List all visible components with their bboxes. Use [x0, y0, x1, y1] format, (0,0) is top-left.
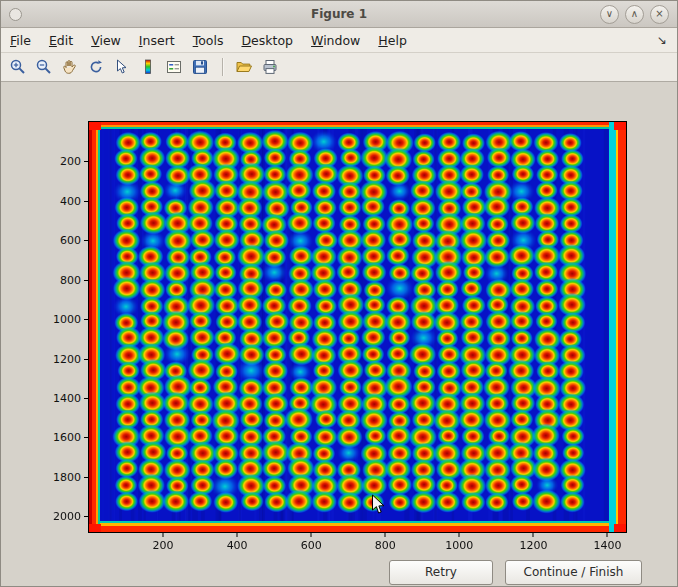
close-button[interactable]: × — [650, 5, 669, 24]
y-tick-label: 1400 — [53, 391, 81, 404]
y-tick-label: 800 — [60, 273, 81, 286]
y-tick-mark — [84, 477, 88, 478]
window-title: Figure 1 — [1, 7, 677, 21]
x-tick-mark — [607, 533, 608, 537]
x-tick-label: 1400 — [593, 539, 621, 552]
zoom-in-icon — [9, 58, 27, 76]
y-tick-mark — [84, 240, 88, 241]
zoom-in-button[interactable] — [5, 54, 31, 80]
y-tick-label: 600 — [60, 234, 81, 247]
menubar: File Edit View Insert Tools Desktop Wind… — [1, 28, 677, 53]
open-folder-icon — [235, 58, 253, 76]
zoom-out-icon — [35, 58, 53, 76]
pan-hand-icon — [61, 58, 79, 76]
menu-item-insert[interactable]: Insert — [130, 30, 184, 51]
y-tick-label: 2000 — [53, 510, 81, 523]
insert-colorbar-button[interactable] — [135, 54, 161, 80]
print-button[interactable] — [257, 54, 283, 80]
y-tick-mark — [84, 319, 88, 320]
colorbar-icon — [139, 58, 157, 76]
y-tick-mark — [84, 201, 88, 202]
y-tick-label: 200 — [60, 155, 81, 168]
y-tick-mark — [84, 280, 88, 281]
x-tick-mark — [459, 533, 460, 537]
axes — [88, 121, 627, 533]
y-tick-mark — [84, 398, 88, 399]
figure-window: Figure 1 ∨ ∧ × File Edit View Insert Too… — [0, 0, 678, 587]
data-cursor-button[interactable] — [109, 54, 135, 80]
x-tick-mark — [237, 533, 238, 537]
y-tick-mark — [84, 437, 88, 438]
y-tick-label: 1800 — [53, 470, 81, 483]
rotate-3d-button[interactable] — [83, 54, 109, 80]
figure-area: Retry Continue / Finish 2004006008001000… — [1, 82, 677, 587]
x-tick-label: 400 — [227, 539, 248, 552]
x-tick-label: 800 — [375, 539, 396, 552]
insert-legend-button[interactable] — [161, 54, 187, 80]
save-icon — [191, 58, 209, 76]
rotate-3d-icon — [87, 58, 105, 76]
y-tick-label: 1600 — [53, 431, 81, 444]
y-tick-label: 1000 — [53, 313, 81, 326]
x-tick-label: 1000 — [445, 539, 473, 552]
data-cursor-icon — [113, 58, 131, 76]
heatmap-canvas[interactable] — [89, 122, 626, 532]
window-controls: ∨ ∧ × — [600, 5, 677, 24]
pan-button[interactable] — [57, 54, 83, 80]
minimize-button[interactable]: ∨ — [600, 5, 619, 24]
y-tick-mark — [84, 516, 88, 517]
y-tick-label: 1200 — [53, 352, 81, 365]
x-tick-label: 1200 — [519, 539, 547, 552]
menu-item-view[interactable]: View — [82, 30, 130, 51]
legend-icon — [165, 58, 183, 76]
x-tick-mark — [163, 533, 164, 537]
menu-item-window[interactable]: Window — [302, 30, 369, 51]
open-file-button[interactable] — [231, 54, 257, 80]
continue-finish-button[interactable]: Continue / Finish — [505, 560, 642, 585]
x-tick-label: 600 — [301, 539, 322, 552]
menu-item-help[interactable]: Help — [369, 30, 416, 51]
x-tick-mark — [385, 533, 386, 537]
x-tick-mark — [311, 533, 312, 537]
printer-icon — [261, 58, 279, 76]
save-button[interactable] — [187, 54, 213, 80]
retry-button[interactable]: Retry — [389, 560, 493, 585]
x-tick-mark — [533, 533, 534, 537]
titlebar[interactable]: Figure 1 ∨ ∧ × — [1, 1, 677, 28]
dock-figure-icon[interactable]: ↘ — [657, 33, 677, 47]
menu-item-file[interactable]: File — [1, 30, 40, 51]
toolbar-separator — [222, 58, 224, 76]
menu-item-tools[interactable]: Tools — [184, 30, 233, 51]
y-tick-label: 400 — [60, 194, 81, 207]
zoom-out-button[interactable] — [31, 54, 57, 80]
maximize-button[interactable]: ∧ — [625, 5, 644, 24]
y-tick-mark — [84, 359, 88, 360]
x-tick-label: 200 — [153, 539, 174, 552]
menu-item-desktop[interactable]: Desktop — [232, 30, 302, 51]
menu-item-edit[interactable]: Edit — [40, 30, 82, 51]
toolbar — [1, 53, 677, 82]
y-tick-mark — [84, 161, 88, 162]
